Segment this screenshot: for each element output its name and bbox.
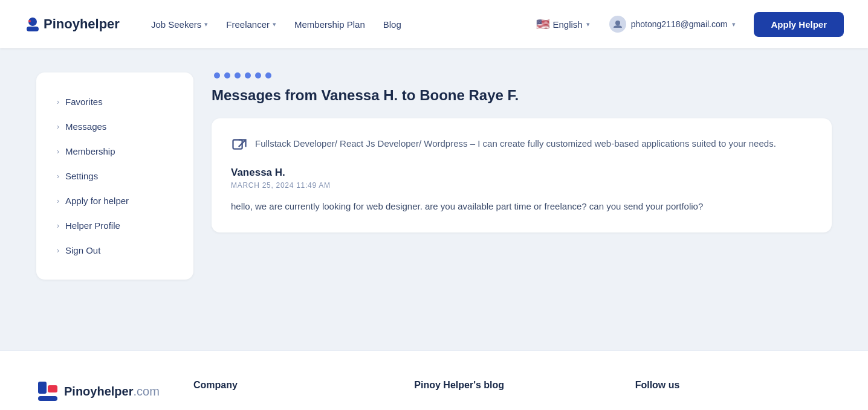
- nav-job-seekers[interactable]: Job Seekers ▾: [144, 14, 215, 34]
- main-content: › Favorites › Messages › Membership › Se…: [0, 48, 868, 350]
- messages-content: Messages from Vanessa H. to Boone Raye F…: [212, 72, 832, 326]
- message-preview-text: Fullstack Developer/ React Js Developer/…: [255, 136, 776, 151]
- user-menu[interactable]: photong2118@gmail.com ▾: [601, 11, 745, 37]
- chevron-down-icon: ▾: [732, 21, 736, 28]
- chevron-right-icon: ›: [57, 246, 59, 255]
- user-email: photong2118@gmail.com: [631, 19, 728, 29]
- sidebar-item-settings[interactable]: › Settings: [48, 164, 181, 188]
- footer-follow: Follow us: [635, 380, 832, 403]
- sidebar-item-helper-profile[interactable]: › Helper Profile: [48, 213, 181, 238]
- footer-grid: Pinoyhelper.com Company Pinoy Helper's b…: [36, 380, 832, 403]
- footer-company: Company: [193, 380, 390, 403]
- dot-1: [214, 72, 220, 78]
- svg-point-1: [28, 20, 31, 22]
- dot-4: [245, 72, 251, 78]
- sidebar-item-sign-out[interactable]: › Sign Out: [48, 238, 181, 263]
- sidebar: › Favorites › Messages › Membership › Se…: [36, 72, 193, 280]
- dot-3: [235, 72, 241, 78]
- sidebar-item-apply-for-helper[interactable]: › Apply for helper: [48, 188, 181, 213]
- footer-blog-title: Pinoy Helper's blog: [414, 380, 611, 391]
- chevron-right-icon: ›: [57, 98, 59, 106]
- logo-text: Pinoyhelper: [44, 16, 120, 32]
- message-date: MARCH 25, 2024 11:49 AM: [231, 181, 812, 190]
- language-selector[interactable]: 🇺🇸 English ▾: [529, 13, 597, 36]
- sidebar-item-membership[interactable]: › Membership: [48, 139, 181, 164]
- message-body: hello, we are currently looking for web …: [231, 199, 812, 214]
- external-link-icon: [231, 138, 248, 155]
- flag-icon: 🇺🇸: [536, 18, 549, 31]
- dot-6: [265, 72, 271, 78]
- message-card: Fullstack Developer/ React Js Developer/…: [212, 118, 832, 232]
- messages-heading: Messages from Vanessa H. to Boone Raye F…: [212, 87, 832, 104]
- lang-label: English: [553, 19, 583, 30]
- nav-freelancer[interactable]: Freelancer ▾: [219, 14, 283, 34]
- svg-rect-7: [48, 385, 57, 392]
- chevron-down-icon: ▾: [273, 21, 276, 28]
- chevron-down-icon: ▾: [204, 21, 208, 28]
- sidebar-item-favorites[interactable]: › Favorites: [48, 89, 181, 114]
- footer: Pinoyhelper.com Company Pinoy Helper's b…: [0, 350, 868, 410]
- svg-rect-5: [38, 382, 47, 394]
- footer-follow-title: Follow us: [635, 380, 832, 391]
- header: Pinoyhelper Job Seekers ▾ Freelancer ▾ M…: [0, 0, 868, 48]
- footer-logo-icon: [36, 380, 59, 403]
- dot-2: [224, 72, 230, 78]
- logo[interactable]: Pinoyhelper: [24, 16, 120, 33]
- nav-membership-plan[interactable]: Membership Plan: [287, 14, 372, 34]
- svg-point-3: [615, 21, 620, 25]
- main-nav: Job Seekers ▾ Freelancer ▾ Membership Pl…: [144, 11, 745, 37]
- user-avatar-icon: [609, 16, 626, 33]
- footer-logo-section: Pinoyhelper.com: [36, 380, 169, 403]
- message-preview: Fullstack Developer/ React Js Developer/…: [231, 136, 812, 155]
- logo-icon: [24, 16, 41, 33]
- chevron-right-icon: ›: [57, 172, 59, 181]
- footer-logo[interactable]: Pinoyhelper.com: [36, 380, 160, 403]
- message-sender: Vanessa H.: [231, 167, 812, 179]
- footer-logo-text: Pinoyhelper.com: [64, 385, 160, 399]
- footer-blog: Pinoy Helper's blog: [414, 380, 611, 403]
- dot-5: [255, 72, 261, 78]
- decorative-dots: [212, 72, 832, 78]
- chevron-right-icon: ›: [57, 123, 59, 131]
- apply-helper-button[interactable]: Apply Helper: [754, 12, 844, 37]
- svg-rect-2: [27, 27, 39, 31]
- chevron-down-icon: ▾: [586, 21, 590, 28]
- chevron-right-icon: ›: [57, 222, 59, 230]
- chevron-right-icon: ›: [57, 197, 59, 205]
- svg-rect-6: [38, 396, 57, 401]
- chevron-right-icon: ›: [57, 147, 59, 156]
- nav-blog[interactable]: Blog: [376, 14, 409, 34]
- sidebar-item-messages[interactable]: › Messages: [48, 114, 181, 139]
- footer-company-title: Company: [193, 380, 390, 391]
